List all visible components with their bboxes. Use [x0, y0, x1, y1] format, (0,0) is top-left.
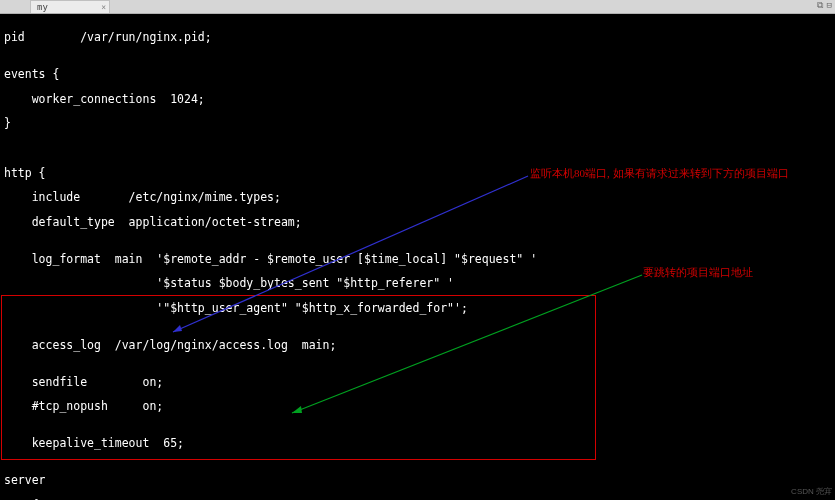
tab-title: my [37, 2, 48, 12]
tab-bar: my × ⧉ ⊟ [0, 0, 835, 14]
editor-pane[interactable]: pid /var/run/nginx.pid; events { worker_… [0, 14, 835, 500]
code-line: events { [4, 68, 831, 80]
code-line: keepalive_timeout 65; [4, 437, 831, 449]
annotation-listen: 监听本机80端口, 如果有请求过来转到下方的项目端口 [530, 166, 789, 181]
code-line: '"$http_user_agent" "$http_x_forwarded_f… [4, 302, 831, 314]
annotation-proxy: 要跳转的项目端口地址 [643, 265, 753, 280]
code-line: #tcp_nopush on; [4, 400, 831, 412]
code-line: worker_connections 1024; [4, 93, 831, 105]
split-icon[interactable]: ⊟ [827, 0, 832, 11]
code-line: sendfile on; [4, 376, 831, 388]
tab-my[interactable]: my × [30, 0, 110, 13]
window-controls: ⧉ ⊟ [817, 0, 832, 11]
code-line: server [4, 474, 831, 486]
code-line: log_format main '$remote_addr - $remote_… [4, 253, 831, 265]
collapse-icon[interactable]: ⧉ [817, 0, 823, 11]
code-line: access_log /var/log/nginx/access.log mai… [4, 339, 831, 351]
watermark: CSDN 尧宑 [791, 486, 832, 497]
code-line: include /etc/nginx/mime.types; [4, 191, 831, 203]
code-line: default_type application/octet-stream; [4, 216, 831, 228]
close-icon[interactable]: × [101, 3, 106, 12]
code-line: } [4, 117, 831, 129]
code-line: pid /var/run/nginx.pid; [4, 31, 831, 43]
